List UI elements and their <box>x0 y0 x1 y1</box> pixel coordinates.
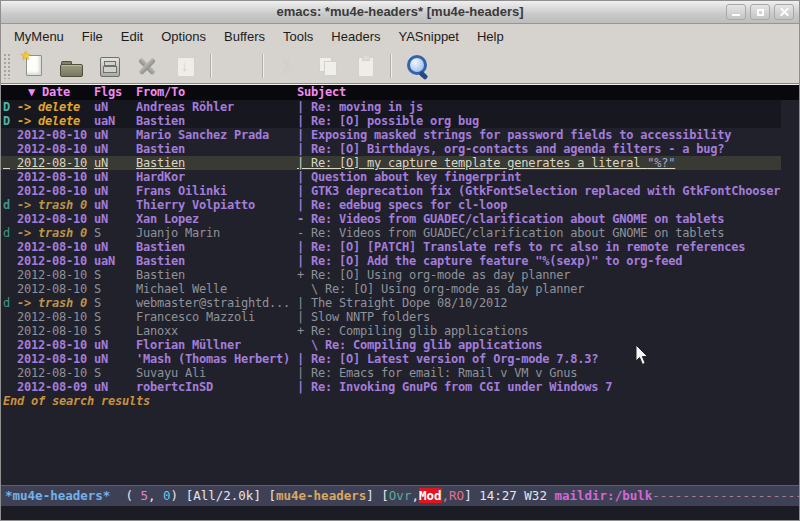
message-subject: | Re: Invoking GnuPG from CGI under Wind… <box>297 380 781 394</box>
menu-item-headers[interactable]: Headers <box>322 26 389 47</box>
modeline-segment: *mu4e-headers* <box>5 488 110 503</box>
message-flags: uN <box>94 338 136 352</box>
message-row[interactable]: 2012-08-10SMichael Welle \ Re: [O] Using… <box>1 282 781 296</box>
message-flags: uN <box>94 128 136 142</box>
new-file-button[interactable] <box>20 53 46 79</box>
close-x-button[interactable] <box>134 53 160 79</box>
toolbar-separator <box>390 54 392 78</box>
mark-action: -> delete <box>17 100 94 114</box>
message-flags: uN <box>94 212 136 226</box>
message-date: 2012-08-10 <box>17 184 94 198</box>
message-row[interactable]: 2012-08-10uNBastien| Re: [O] [PATCH] Tra… <box>1 240 781 254</box>
message-flags: S <box>94 366 136 380</box>
message-date: 2012-08-10 <box>17 254 94 268</box>
mark-flag: D <box>3 114 17 128</box>
message-flags: S <box>94 296 136 310</box>
message-date: 2012-08-10 <box>17 212 94 226</box>
paste-button <box>352 53 378 79</box>
mark-flag <box>3 240 17 254</box>
message-row[interactable]: d-> trash 0SJuanjo Marin- Re: Videos fro… <box>1 226 781 240</box>
message-row[interactable]: 2012-08-10uaNBastien| Re: [O] Add the ca… <box>1 254 781 268</box>
toolbar-grip-handle[interactable] <box>3 53 11 79</box>
sort-descending-icon[interactable]: ▼ <box>28 85 35 99</box>
message-row[interactable]: d-> trash 0uNThierry Volpiatto| Re: edeb… <box>1 198 781 212</box>
message-row[interactable]: 2012-08-10SLanoxx+ Re: Compiling glib ap… <box>1 324 781 338</box>
message-row[interactable]: D-> deleteuaNBastien| Re: [O] possible o… <box>1 114 781 128</box>
message-row[interactable]: d-> trash 0Swebmaster@straightd...| The … <box>1 296 781 310</box>
message-from: Lanoxx <box>136 324 297 338</box>
column-flags[interactable]: Flgs <box>94 85 136 100</box>
end-of-results-note: End of search results <box>1 394 799 408</box>
message-subject: | Re: [O] Add the capture feature "%(sex… <box>297 254 781 268</box>
mode-line[interactable]: *mu4e-headers* ( 5, 0) [All/2.0k] [mu4e-… <box>1 485 799 506</box>
undo-button <box>224 53 250 79</box>
message-date: 2012-08-10 <box>17 142 94 156</box>
modeline-segment: 5 <box>140 488 148 503</box>
message-from: robertcInSD <box>136 380 297 394</box>
mark-flag: d <box>3 226 17 240</box>
message-row[interactable]: D-> deleteuNAndreas Röhler| Re: moving i… <box>1 100 781 114</box>
message-from: Bastien <box>136 114 297 128</box>
close-button[interactable] <box>774 4 794 20</box>
message-from: HardKor <box>136 170 297 184</box>
message-flags: uN <box>94 156 136 170</box>
message-from: Xan Lopez <box>136 212 297 226</box>
menu-item-tools[interactable]: Tools <box>274 26 322 47</box>
message-flags: S <box>94 324 136 338</box>
message-row[interactable]: 2012-08-10SSuvayu Ali| Re: Emacs for ema… <box>1 366 781 380</box>
menu-item-buffers[interactable]: Buffers <box>215 26 274 47</box>
open-folder-icon <box>58 53 84 79</box>
search-button[interactable] <box>404 53 430 79</box>
message-from: Florian Müllner <box>136 338 297 352</box>
message-from: Frans Oilinki <box>136 184 297 198</box>
column-from-to[interactable]: From/To <box>136 85 297 100</box>
message-row[interactable]: 2012-08-10uNXan Lopez- Re: Videos from G… <box>1 212 781 226</box>
headers-column-header[interactable]: ▼ Date Flgs From/To Subject <box>1 85 799 100</box>
message-flags: uN <box>94 142 136 156</box>
menu-item-edit[interactable]: Edit <box>112 26 152 47</box>
cut-icon <box>276 53 302 79</box>
search-icon <box>404 53 430 79</box>
message-date: 2012-08-10 <box>17 282 94 296</box>
close-x-icon <box>134 53 160 79</box>
message-row[interactable]: 2012-08-10uNFlorian Müllner \ Re: Compil… <box>1 338 781 352</box>
message-subject: | Question about key fingerprint <box>297 170 781 184</box>
message-row[interactable]: 2012-08-09uNrobertcInSD| Re: Invoking Gn… <box>1 380 781 394</box>
modeline-segment: maildir:/bulk <box>554 488 652 503</box>
mu4e-headers-buffer[interactable]: ▼ Date Flgs From/To Subject D-> deleteuN… <box>1 84 799 485</box>
title-bar[interactable]: emacs: *mu4e-headers* [mu4e-headers] <box>1 1 799 24</box>
message-date: 2012-08-10 <box>17 268 94 282</box>
save-button[interactable] <box>96 53 122 79</box>
message-subject: \ Re: [O] Using org-mode as day planner <box>297 282 781 296</box>
message-row[interactable]: 2012-08-10uNHardKor| Question about key … <box>1 170 781 184</box>
message-from: Bastien <box>136 254 297 268</box>
message-row[interactable]: 2012-08-10uN'Mash (Thomas Herbert)| Re: … <box>1 352 781 366</box>
open-folder-button[interactable] <box>58 53 84 79</box>
message-subject: | Re: [O] Birthdays, org-contacts and ag… <box>297 142 781 156</box>
menu-item-yasnippet[interactable]: YASnippet <box>389 26 467 47</box>
message-flags: uN <box>94 170 136 184</box>
message-row[interactable]: 2012-08-10uNBastien| Re: [O] Birthdays, … <box>1 142 781 156</box>
menu-item-options[interactable]: Options <box>152 26 215 47</box>
menu-item-file[interactable]: File <box>73 26 112 47</box>
message-row[interactable]: 2012-08-10uNBastien| Re: [O] my capture … <box>1 156 781 170</box>
message-subject: | Re: [O] [PATCH] Translate refs to rc a… <box>297 240 781 254</box>
copy-button <box>314 53 340 79</box>
message-flags: uaN <box>94 254 136 268</box>
column-subject[interactable]: Subject <box>297 85 346 100</box>
message-row[interactable]: 2012-08-10uNMario Sanchez Prada| Exposin… <box>1 128 781 142</box>
menu-item-help[interactable]: Help <box>468 26 513 47</box>
message-row[interactable]: 2012-08-10SFrancesco Mazzoli| Slow NNTP … <box>1 310 781 324</box>
column-date[interactable]: Date <box>42 85 70 99</box>
message-flags: uN <box>94 198 136 212</box>
message-row[interactable]: 2012-08-10SBastien+ Re: [O] Using org-mo… <box>1 268 781 282</box>
echo-area[interactable] <box>1 506 799 520</box>
message-subject: | The Straight Dope 08/10/2012 <box>297 296 781 310</box>
maximize-button[interactable] <box>750 4 770 20</box>
message-flags: S <box>94 282 136 296</box>
message-from: Andreas Röhler <box>136 100 297 114</box>
message-row[interactable]: 2012-08-10uNFrans Oilinki| GTK3 deprecat… <box>1 184 781 198</box>
mark-flag <box>3 268 17 282</box>
menu-item-mymenu[interactable]: MyMenu <box>5 26 73 47</box>
minimize-button[interactable] <box>726 4 746 20</box>
